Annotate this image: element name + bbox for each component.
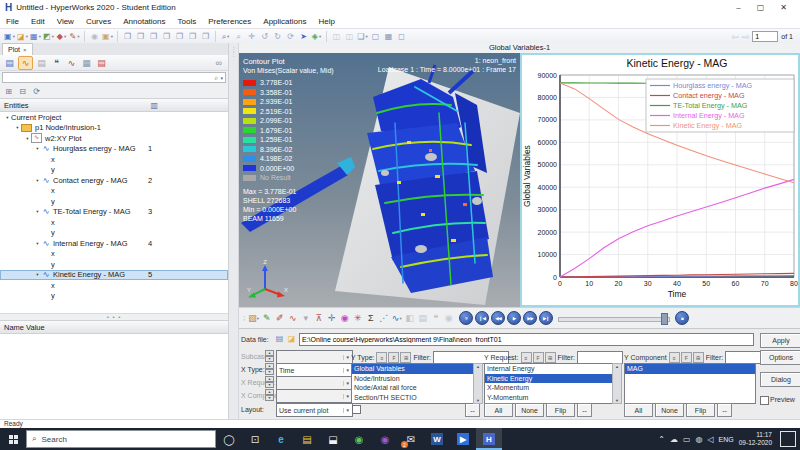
page-copy-icon[interactable]: ❐ [148,31,159,42]
tree-item[interactable]: x [0,186,228,197]
app-purple-icon[interactable]: ◉ [372,428,398,450]
menu-tools[interactable]: Tools [172,17,203,26]
step-forward-button[interactable]: ▶▶ [523,311,537,325]
chevron-down-icon[interactable]: ▾ [257,316,259,321]
play-button[interactable]: ▶ [507,311,521,325]
store-icon[interactable]: ⬓ [320,428,346,450]
tree-item[interactable]: x [0,154,228,165]
asterisk-icon[interactable]: ✳ [352,312,364,324]
more-curves-icon[interactable]: ▾ [300,312,312,324]
more-button[interactable]: -- [577,403,592,417]
data-file-input[interactable] [299,333,754,346]
chevron-down-icon[interactable]: ▾ [319,31,321,42]
page-layout-icon-3[interactable]: ❐ [187,31,198,42]
tree-item[interactable]: ▾∿Internal Energy - MAG4 [0,238,228,249]
orbit-icon[interactable]: ⟳ [285,31,296,42]
clock[interactable]: 11:17 09-12-2020 [739,431,772,447]
layout-select[interactable]: Use current plot▼ [276,403,353,417]
flip-button[interactable]: Flip [686,403,715,417]
edge-icon[interactable]: e [268,428,294,450]
tree-expander-icon[interactable]: ▾ [34,241,41,246]
bubble-gray-icon[interactable]: ❝ [430,312,442,324]
chevron-down-icon[interactable]: ▾ [52,31,54,42]
y-request-scrollbar[interactable]: ▲▼ [612,363,622,404]
tree-expander-icon[interactable]: ▾ [34,178,41,183]
subcase-spinner[interactable]: ▲▼ [265,350,274,362]
battery-icon[interactable]: ▭ [683,435,691,444]
select-icon[interactable]: ⊞ [545,352,556,363]
page-layout-icon-1[interactable]: ❐ [161,31,172,42]
x-component-spinner[interactable]: ▲▼ [265,389,274,401]
last-frame-button[interactable]: ▶❙ [539,311,553,325]
menu-curves[interactable]: Curves [80,17,117,26]
tree-item[interactable]: ▾∿TE-Total Energy - MAG3 [0,207,228,218]
page-layout-icon-4[interactable]: ❐ [200,31,211,42]
animation-slider[interactable] [558,312,670,324]
select-icon[interactable]: ⊞ [400,352,411,363]
tree-item[interactable]: ▾p1 Node/Intrusion-1 [0,123,228,134]
y-request-list[interactable]: Internal EnergyKinetic EnergyX-MomentumY… [484,363,614,404]
flip-button[interactable]: Flip [546,403,575,417]
plot-type-icon[interactable]: ∿▾ [391,312,403,324]
tree-item[interactable]: y [0,259,228,270]
rotate-left-icon[interactable]: ↺ [259,31,270,42]
all-button[interactable]: All [484,403,513,417]
chevron-down-icon[interactable]: ▾ [13,31,15,42]
list-option[interactable]: Node/Intrusion [352,374,474,384]
notes-gray-icon[interactable]: ▤ [417,312,429,324]
window-split-icon-2[interactable]: ◫ [344,31,355,42]
list-option[interactable]: MAG [625,364,755,374]
tree-item[interactable]: y [0,196,228,207]
notes-browser-icon[interactable]: ▤ [35,57,48,69]
list-option[interactable]: Kinetic Energy [485,374,613,384]
define-curves-icon[interactable]: ✎ [261,312,273,324]
list-option[interactable]: Section/TH SECTIO [352,393,474,403]
sort-icon[interactable]: ≡ [669,352,680,363]
window-single-icon[interactable]: ◻ [396,31,407,42]
annotation-browser-icon[interactable]: ❝ [50,57,63,69]
user-icon[interactable]: ◉ [89,31,100,42]
axes-icon[interactable]: ⊼ [313,312,325,324]
start-button[interactable] [0,428,26,450]
x-component-select[interactable]: ▼ [276,389,353,403]
fit-view-icon[interactable]: ➤ [298,31,309,42]
sort-icon[interactable]: ≡ [376,352,387,363]
modify-curves-icon[interactable]: ✐ [274,312,286,324]
x-request-select[interactable]: ▼ [276,376,353,390]
preview-checkbox[interactable] [760,396,769,405]
session-browser-icon[interactable]: ▤ [3,57,16,69]
sum-icon[interactable]: Σ [365,312,377,324]
chevron-down-icon[interactable]: ▾ [64,31,66,42]
zoom-icon[interactable]: ⌕▾ [220,31,231,42]
tree-item[interactable]: ▾∿Kinetic Energy - MAG5 [0,270,228,281]
tree-expander-icon[interactable]: ▾ [34,146,41,151]
report-browser-icon[interactable]: ▤ [95,57,108,69]
reset-gray-icon[interactable]: ◉ [443,312,455,324]
maximize-button[interactable]: ▢ [757,3,765,12]
options-button[interactable]: Options [760,350,800,365]
y-type-list[interactable]: Global VariablesNode/IntrusionNode/Axial… [351,363,475,404]
chevron-down-icon[interactable]: ▾ [365,31,367,42]
rotate-right-icon[interactable]: ↻ [272,31,283,42]
list-option[interactable]: Y-Momentum [485,393,613,403]
chevron-down-icon[interactable]: ▾ [111,31,113,42]
dialog-button[interactable]: Dialog [760,372,800,387]
word-icon[interactable]: W [424,428,450,450]
close-button[interactable]: ✕ [780,3,787,12]
none-button[interactable]: None [655,403,684,417]
table-browser-icon[interactable]: ▦ [80,57,93,69]
y-type-scrollbar[interactable]: ▲▼ [473,363,483,404]
chevron-down-icon[interactable]: ▾ [227,31,229,42]
taskbar-search-input[interactable]: ⌕ Search [26,430,216,448]
open-session-icon[interactable]: ◪▾ [17,31,28,42]
none-button[interactable]: None [515,403,544,417]
page-add-icon[interactable]: ❐ [122,31,133,42]
step-back-button[interactable]: ◀◀ [491,311,505,325]
tree-item[interactable]: x [0,280,228,291]
select-icon[interactable]: ⊞ [693,352,704,363]
save-session-icon[interactable]: ▦▾ [30,31,41,42]
window-layout-icon[interactable]: ❏▾ [357,31,368,42]
menu-file[interactable]: File [0,17,25,26]
tree-item[interactable]: y [0,165,228,176]
import-icon[interactable]: ◩▾ [43,31,54,42]
